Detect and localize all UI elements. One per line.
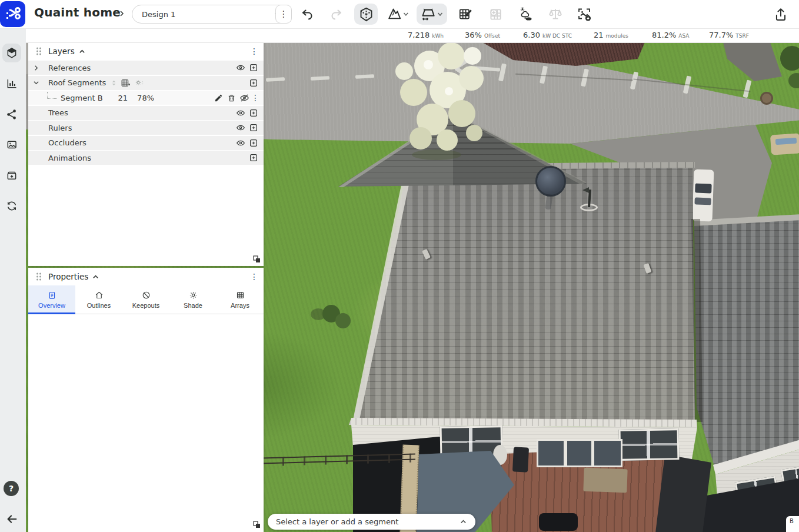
- layer-row-roof-segments[interactable]: Roof Segments: [28, 76, 264, 90]
- layer-row-animations[interactable]: Animations: [28, 151, 264, 165]
- terrain-icon: [387, 6, 402, 22]
- sun-tree-shade-icon: [518, 5, 533, 23]
- project-title: Quaint home: [34, 5, 121, 19]
- delete-trash-icon[interactable]: [225, 92, 238, 104]
- visibility-eye-icon[interactable]: [234, 122, 247, 134]
- grid-pencil-icon: [458, 6, 473, 22]
- properties-panel-header[interactable]: Properties ⋮: [28, 268, 264, 285]
- stat-offset: 36%Offset: [465, 31, 500, 39]
- stat-system-size: 6.30kW DC STC: [523, 31, 572, 39]
- drag-handle-icon[interactable]: [35, 46, 42, 56]
- stat-production: 7,218kWh: [408, 31, 444, 39]
- tab-outlines[interactable]: Outlines: [75, 285, 122, 314]
- image-export-icon: [577, 5, 592, 23]
- cube-icon: [6, 46, 18, 59]
- module-table-icon[interactable]: [121, 79, 131, 87]
- add-layer-icon[interactable]: [247, 152, 260, 164]
- layers-panel: Layers ⋮ References Roof Segments Segmen…: [28, 42, 264, 266]
- shade-simulation-tool-button[interactable]: [514, 4, 537, 25]
- collapse-panel-icon[interactable]: [78, 48, 86, 55]
- segment-menu-button[interactable]: ⋮: [251, 93, 260, 102]
- layer-row-segment-b[interactable]: Segment B 21 78% ⋮: [28, 91, 264, 105]
- undo-button[interactable]: [296, 4, 318, 25]
- view-3d-tool-button[interactable]: [354, 4, 378, 25]
- design-selector-value: Design 1: [142, 10, 175, 19]
- segment-prompt-label: Select a layer or add a segment: [276, 517, 398, 526]
- visibility-eye-icon[interactable]: [234, 137, 247, 149]
- sidebar-item-share[interactable]: [2, 105, 21, 124]
- tab-keepouts[interactable]: Keepouts: [122, 285, 169, 314]
- add-array-tool-button[interactable]: [484, 4, 507, 25]
- layers-panel-header[interactable]: Layers ⋮: [28, 42, 264, 60]
- redo-icon: [329, 7, 344, 21]
- layer-row-trees[interactable]: Trees: [28, 106, 264, 120]
- trash-can: [512, 447, 529, 472]
- segment-prompt-bar[interactable]: Select a layer or add a segment: [268, 514, 475, 530]
- manhole-cover: [760, 92, 773, 105]
- share-export-button[interactable]: [770, 4, 792, 25]
- undo-icon: [300, 7, 314, 21]
- add-layer-icon[interactable]: [247, 107, 260, 119]
- visibility-eye-icon[interactable]: [234, 107, 247, 119]
- redo-button[interactable]: [325, 4, 348, 25]
- draw-segment-tool-button[interactable]: [417, 4, 447, 25]
- bush-top-right: [780, 46, 799, 71]
- tab-overview[interactable]: Overview: [28, 285, 75, 314]
- stat-asa: 81.2%ASA: [652, 31, 690, 39]
- help-button[interactable]: ?: [4, 481, 19, 496]
- collapse-chevron-icon[interactable]: [28, 79, 44, 86]
- array-grid-icon: [236, 291, 245, 300]
- sidebar-item-downloads[interactable]: [2, 166, 21, 185]
- visibility-off-icon[interactable]: [238, 92, 251, 104]
- add-roof-segment-icon[interactable]: [247, 77, 260, 89]
- layers-menu-button[interactable]: ⋮: [249, 46, 259, 56]
- app-logo[interactable]: [0, 1, 25, 27]
- sidebar-item-performance[interactable]: [2, 74, 21, 93]
- solar-design-app: { "header": { "project_title": "Quaint h…: [0, 0, 799, 532]
- properties-tabs: Overview Outlines Keepouts Shade Arrays: [28, 285, 264, 314]
- sidebar-item-3d-design[interactable]: [2, 44, 21, 62]
- layers-rows: References Roof Segments Segment B 21 78…: [28, 60, 264, 165]
- visibility-eye-icon[interactable]: [234, 62, 247, 74]
- edit-arrays-tool-button[interactable]: [454, 4, 477, 25]
- sidebar-item-imagery[interactable]: [2, 135, 21, 154]
- draw-segment-icon: [420, 6, 436, 22]
- add-layer-icon[interactable]: [247, 137, 260, 149]
- sort-arrows-icon[interactable]: [110, 79, 118, 87]
- layer-row-occluders[interactable]: Occluders: [28, 136, 264, 150]
- grid-plus-icon: [488, 6, 503, 22]
- sun-icon: [189, 291, 198, 300]
- export-image-tool-button[interactable]: [573, 4, 595, 25]
- question-icon: ?: [9, 484, 14, 493]
- stats-bar: 7,218kWh 36%Offset 6.30kW DC STC 21modul…: [26, 28, 799, 43]
- layer-row-rulers[interactable]: Rulers: [28, 121, 264, 135]
- add-layer-icon[interactable]: [247, 122, 260, 134]
- segment-module-count: 21: [118, 94, 128, 102]
- layer-row-references[interactable]: References: [28, 61, 264, 75]
- terrain-tool-button[interactable]: [384, 4, 413, 25]
- panel-resize-handle[interactable]: [253, 255, 261, 263]
- sidebar-item-sync[interactable]: [2, 197, 21, 215]
- tab-shade[interactable]: Shade: [169, 285, 217, 314]
- add-layer-icon[interactable]: [247, 62, 260, 74]
- drag-handle-icon[interactable]: [35, 272, 42, 281]
- bush-top-right-2: [788, 73, 799, 88]
- back-button[interactable]: [4, 512, 19, 526]
- properties-menu-button[interactable]: ⋮: [249, 272, 259, 281]
- panel-resize-handle[interactable]: [253, 521, 261, 528]
- sync-icon: [6, 200, 18, 212]
- stat-modules: 21modules: [594, 31, 628, 39]
- design-selector[interactable]: Design 1: [132, 5, 289, 24]
- compare-tool-button[interactable]: [544, 4, 567, 25]
- corner-b-badge: B: [786, 516, 799, 532]
- sun-sort-icon[interactable]: [135, 78, 144, 87]
- design-menu-button[interactable]: ⋮: [275, 5, 292, 24]
- collapse-panel-icon[interactable]: [92, 273, 99, 281]
- expand-chevron-icon[interactable]: [28, 65, 44, 71]
- grill: [539, 513, 578, 531]
- tab-arrays[interactable]: Arrays: [217, 285, 264, 314]
- edit-pencil-icon[interactable]: [212, 92, 225, 104]
- scales-icon: [548, 6, 563, 22]
- tree-model[interactable]: [387, 42, 499, 166]
- properties-body: [28, 314, 264, 531]
